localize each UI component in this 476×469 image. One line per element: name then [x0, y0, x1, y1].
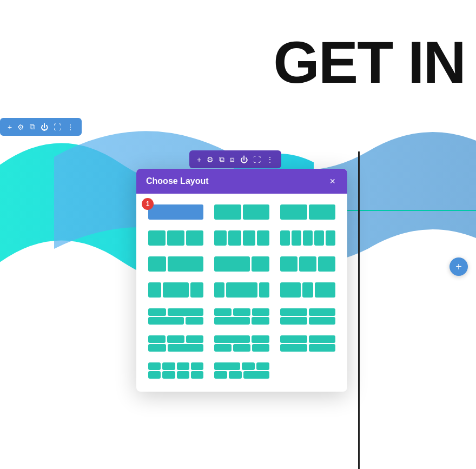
delete-icon[interactable]: ⛶: [54, 123, 61, 131]
toolbar-purple: + ⚙ ⧉ ⧈ ⏻ ⛶ ⋮: [189, 150, 281, 168]
settings-icon-2[interactable]: ⚙: [207, 155, 214, 164]
layout-option-row7-c[interactable]: [278, 360, 338, 381]
layout-option-row6-a[interactable]: [146, 333, 206, 354]
layout-option-row6-b[interactable]: [212, 333, 272, 354]
modal-close-button[interactable]: ×: [327, 176, 338, 186]
modal-body: 1: [136, 194, 347, 392]
layout-option-1col[interactable]: 1: [146, 202, 206, 222]
selected-badge: 1: [142, 198, 154, 210]
green-divider-line: [335, 210, 476, 211]
power-icon[interactable]: ⏻: [41, 123, 48, 131]
vertical-divider-line: [358, 151, 360, 469]
layout-option-row7-b[interactable]: [212, 360, 272, 381]
add-icon-2[interactable]: +: [197, 155, 201, 164]
layout-option-5col[interactable]: [278, 228, 338, 248]
copy-icon-2[interactable]: ⧉: [219, 155, 224, 164]
layout-option-2col[interactable]: [212, 202, 272, 222]
layout-option-unequal-b[interactable]: [212, 280, 272, 300]
layout-option-row7-a[interactable]: [146, 360, 206, 381]
layout-option-row5-c[interactable]: [278, 306, 338, 327]
layout-option-equal-wide[interactable]: [278, 254, 338, 274]
layout-option-2-1[interactable]: [212, 254, 272, 274]
choose-layout-modal: Choose Layout × 1: [136, 169, 347, 392]
add-section-button[interactable]: +: [449, 257, 468, 276]
layout-option-1-2[interactable]: [146, 254, 206, 274]
layout-option-row6-c[interactable]: [278, 333, 338, 354]
copy-icon[interactable]: ⧉: [30, 122, 35, 131]
modal-title: Choose Layout: [146, 176, 209, 186]
more-icon-2[interactable]: ⋮: [266, 155, 274, 164]
layout-option-2col-small[interactable]: [278, 202, 338, 222]
more-icon[interactable]: ⋮: [67, 123, 74, 131]
modal-header: Choose Layout ×: [136, 169, 347, 194]
layout-option-row5-a[interactable]: [146, 306, 206, 327]
grid-icon[interactable]: ⧈: [230, 155, 235, 164]
layout-option-4col[interactable]: [212, 228, 272, 248]
add-icon[interactable]: +: [8, 123, 12, 131]
settings-icon[interactable]: ⚙: [17, 123, 24, 131]
layout-option-unequal-a[interactable]: [146, 280, 206, 300]
delete-icon-2[interactable]: ⛶: [253, 155, 261, 164]
layout-option-unequal-c[interactable]: [278, 280, 338, 300]
power-icon-2[interactable]: ⏻: [240, 155, 248, 164]
toolbar-blue: + ⚙ ⧉ ⏻ ⛶ ⋮: [0, 118, 82, 136]
headline-text: GET IN: [273, 32, 465, 92]
layout-option-3col[interactable]: [146, 228, 206, 248]
layout-option-row5-b[interactable]: [212, 306, 272, 327]
